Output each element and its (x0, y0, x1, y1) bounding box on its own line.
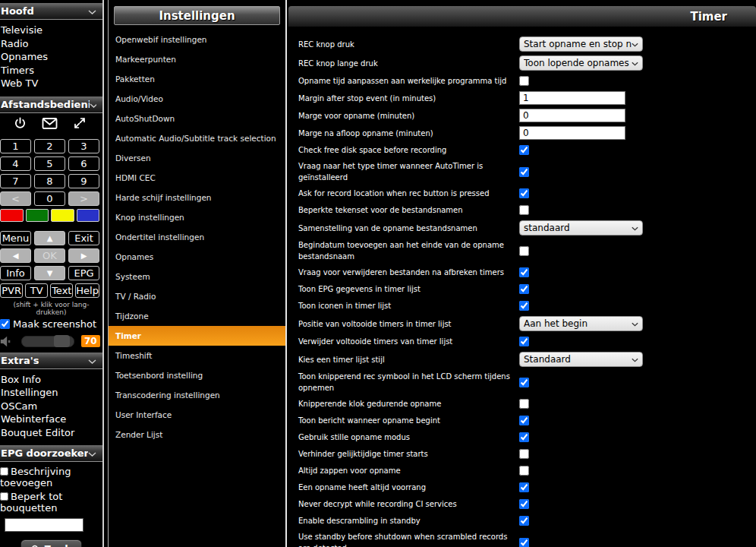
sidebar-section-remote-header[interactable]: Afstandsbediening (0, 96, 102, 113)
remote-button-red[interactable] (0, 209, 24, 222)
checkbox-vraag-voor-verwijderen-bestanden-na-afbreken-timers[interactable] (519, 267, 529, 277)
remote-button-2[interactable]: 2 (34, 139, 65, 153)
remote-button-8[interactable]: 8 (34, 174, 65, 188)
settings-menu-item-transcodering-instellingen[interactable]: Transcodering instellingen (109, 385, 285, 405)
remote-button-next[interactable]: > (68, 191, 99, 206)
remote-button-pvr[interactable]: PVR (0, 283, 23, 298)
sidebar-link-bouquet-editor[interactable]: Bouquet Editor (0, 426, 102, 440)
remote-button-1[interactable]: 1 (0, 139, 31, 153)
remote-button-ok[interactable]: OK (34, 248, 65, 263)
remote-button-tv[interactable]: TV (25, 283, 48, 298)
epg-option-beperk-tot-bouquetten[interactable]: Beperk tot bouquetten (0, 491, 102, 514)
checkbox-toon-knipperend-rec-symbool-in-het-lcd-scherm-tijdens-opnemen[interactable] (519, 378, 529, 387)
remote-button-blue[interactable] (77, 209, 100, 222)
remote-button-left[interactable]: ◀ (0, 248, 31, 263)
epg-option-beschrijving-toevoegen[interactable]: Beschrijving toevoegen (0, 466, 102, 489)
settings-menu-item-systeem[interactable]: Systeem (109, 267, 285, 286)
settings-menu-item-timer[interactable]: Timer (109, 326, 285, 346)
epg-option-checkbox-beschrijving-toevoegen[interactable] (0, 467, 8, 476)
settings-menu-item-zender-lijst[interactable]: Zender Lijst (109, 425, 285, 444)
remote-button-info[interactable]: Info (0, 266, 31, 280)
remote-button-help[interactable]: Help (75, 283, 99, 298)
checkbox-altijd-zappen-voor-opname[interactable] (519, 466, 529, 476)
checkbox-enable-descrambling-in-standby[interactable] (519, 516, 529, 526)
volume-slider-thumb[interactable] (54, 335, 70, 347)
checkbox-toon-epg-gegevens-in-timer-lijst[interactable] (519, 284, 529, 294)
remote-button-exit[interactable]: Exit (68, 231, 99, 245)
remote-button-prev[interactable]: < (0, 191, 31, 206)
settings-menu-item-timeshift[interactable]: Timeshift (109, 346, 285, 365)
sidebar-section-epg-header[interactable]: EPG doorzoeken (0, 445, 102, 462)
settings-menu-item-tijdzone[interactable]: Tijdzone (109, 306, 285, 326)
remote-button-yellow[interactable] (51, 209, 74, 222)
settings-menu-item-user-interface[interactable]: User Interface (109, 405, 285, 425)
checkbox-toon-bericht-wanneer-opname-begint[interactable] (519, 416, 529, 425)
checkbox-een-opname-heeft-altijd-voorrang[interactable] (519, 482, 529, 492)
remote-button-text[interactable]: Text (50, 283, 73, 298)
speaker-button[interactable] (0, 335, 15, 348)
checkbox-ask-for-record-location-when-rec-button-is-pressed[interactable] (519, 188, 529, 198)
checkbox-verwijder-voltooide-timers-van-timer-lijst[interactable] (519, 337, 529, 346)
mail-button[interactable] (42, 118, 58, 132)
remote-button-9[interactable]: 9 (68, 174, 99, 188)
epg-option-checkbox-beperk-tot-bouquetten[interactable] (0, 492, 8, 501)
sidebar-link-timers[interactable]: Timers (0, 64, 102, 77)
settings-menu-item-toetsenbord-instelling[interactable]: Toetsenbord instelling (109, 365, 285, 385)
sidebar-link-radio[interactable]: Radio (0, 37, 102, 51)
settings-menu-item-harde-schijf-instellingen[interactable]: Harde schijf instellingen (109, 188, 285, 207)
settings-menu-item-pakketten[interactable]: Pakketten (109, 69, 285, 89)
remote-button-menu[interactable]: Menu (0, 231, 31, 245)
epg-search-input[interactable] (5, 518, 83, 532)
settings-menu-item-automatic-audio-subtitle-track-selection[interactable]: Automatic Audio/Subtitle track selection (109, 128, 285, 148)
remote-button-4[interactable]: 4 (0, 157, 31, 171)
checkbox-knipperende-klok-gedurende-opname[interactable] (519, 399, 529, 409)
input-margin-after-stop-event-in-minutes[interactable] (519, 91, 625, 105)
remote-button-right[interactable]: ▶ (68, 248, 99, 263)
power-button[interactable] (14, 117, 27, 133)
select-samenstelling-van-de-opname-bestandsnamen[interactable]: standaard (519, 220, 643, 236)
sidebar-link-box-info[interactable]: Box Info (0, 373, 102, 387)
settings-menu-item-diversen[interactable]: Diversen (109, 148, 285, 168)
remote-button-down[interactable]: ▼ (34, 266, 65, 280)
remote-button-7[interactable]: 7 (0, 174, 31, 188)
sidebar-link-web-tv[interactable]: Web TV (0, 77, 102, 90)
settings-menu-item-autoshutdown[interactable]: AutoShutDown (109, 109, 285, 128)
screenshot-toggle[interactable]: Maak screenshot (0, 318, 102, 330)
sidebar-section-hoofd-header[interactable]: Hoofd (0, 3, 102, 20)
volume-slider[interactable] (21, 336, 74, 347)
remote-button-epg[interactable]: EPG (68, 266, 99, 280)
remote-button-6[interactable]: 6 (68, 157, 99, 171)
settings-menu-item-audio-video[interactable]: Audio/Video (109, 89, 285, 109)
fullscreen-button[interactable] (74, 117, 86, 132)
sidebar-section-extras-header[interactable]: Extra's (0, 353, 102, 369)
sidebar-link-opnames[interactable]: Opnames (0, 50, 102, 64)
sidebar-link-televisie[interactable]: Televisie (0, 24, 102, 37)
checkbox-use-standby-before-shutdown-when-scrambled-records-are-detected[interactable] (519, 538, 529, 547)
select-positie-van-voltooide-timers-in-timer-lijst[interactable]: Aan het begin (519, 316, 643, 331)
checkbox-beperkte-tekenset-voor-de-bestandsnamen[interactable] (519, 205, 529, 215)
settings-menu-item-openwebif-instellingen[interactable]: Openwebif instellingen (109, 30, 285, 49)
checkbox-toon-iconen-in-timer-lijst[interactable] (519, 301, 529, 311)
checkbox-verhinder-gelijktijdige-timer-starts[interactable] (519, 449, 529, 459)
screenshot-checkbox[interactable] (0, 319, 10, 329)
select-rec-knop-lange-druk[interactable]: Toon lopende opnames (519, 55, 643, 71)
remote-button-up[interactable]: ▲ (34, 231, 65, 245)
select-rec-knop-druk[interactable]: Start opname en stop na hu (519, 36, 643, 52)
checkbox-vraag-naar-het-type-timer-wanneer-autotimer-is-ge-nstalleerd[interactable] (519, 167, 529, 177)
settings-menu-item-ondertitel-instellingen[interactable]: Ondertitel instellingen (109, 227, 285, 247)
input-marge-voor-opname-minuten[interactable] (519, 109, 625, 122)
sidebar-link-instellingen[interactable]: Instellingen (0, 386, 102, 400)
settings-menu-item-knop-instellingen[interactable]: Knop instellingen (109, 207, 285, 227)
sidebar-link-oscam-webinterface[interactable]: OSCam Webinterface (0, 400, 102, 426)
checkbox-never-decrypt-while-recording-ci-services[interactable] (519, 499, 529, 509)
search-button[interactable]: Zoek (20, 539, 82, 547)
checkbox-gebruik-stille-opname-modus[interactable] (519, 432, 529, 442)
remote-button-green[interactable] (26, 209, 49, 222)
settings-menu-item-hdmi-cec[interactable]: HDMI CEC (109, 168, 285, 188)
settings-menu-item-tv-radio[interactable]: TV / Radio (109, 286, 285, 306)
settings-menu-item-opnames[interactable]: Opnames (109, 247, 285, 267)
settings-menu-item-markeerpunten[interactable]: Markeerpunten (109, 49, 285, 69)
checkbox-opname-tijd-aanpassen-aan-werkelijke-programma-tijd[interactable] (519, 76, 529, 86)
input-marge-na-afloop-opname-minuten[interactable] (519, 126, 625, 140)
checkbox-begindatum-toevoegen-aan-het-einde-van-de-opname-bestandsnaam[interactable] (519, 246, 529, 256)
